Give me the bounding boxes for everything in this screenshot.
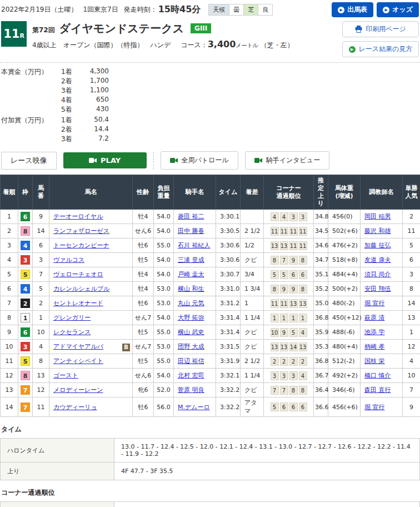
trainer-link[interactable]: 堀 宣行 (364, 404, 385, 411)
sex-age-cell: 牡4 (133, 282, 154, 296)
col-header-1: 枠 (18, 175, 33, 210)
trainer-link[interactable]: 国枝 栄 (364, 357, 385, 365)
horse-name-link[interactable]: カレンルシェルブル (53, 285, 109, 292)
horse-name-link[interactable]: セントレオナード (53, 300, 103, 307)
shutsuba-button[interactable]: ▶ 出馬表 (332, 2, 373, 17)
popularity-cell: 7 (403, 383, 420, 397)
horse-name-link[interactable]: アドマイヤアルバ (53, 343, 103, 350)
trainer-link[interactable]: 友道 康夫 (364, 256, 391, 264)
jockey-link[interactable]: 丸山 元気 (178, 300, 204, 307)
horse-name-cell: ゴースト (49, 369, 133, 383)
horse-name-link[interactable]: ランフォザローゼス (53, 227, 109, 235)
weight-cell: 52.0 (154, 383, 174, 397)
trainer-link[interactable]: 安田 翔伍 (364, 285, 391, 292)
order-cell: 11 (1, 354, 18, 369)
jockey-link[interactable]: 菅原 明良 (178, 386, 204, 394)
order-cell: 10 (1, 340, 18, 354)
col-header-4: 性齢 (133, 175, 154, 210)
col-header-11: 馬体重 (増減) (328, 175, 361, 210)
popularity-cell: 9 (403, 397, 420, 417)
margin-cell: 1 1/4 (241, 369, 264, 383)
jockey-link[interactable]: 横山 和生 (178, 285, 204, 292)
patrol-video-button[interactable]: 全周パトロール (161, 151, 238, 170)
time-cell: 3:31.4 (216, 311, 241, 325)
horse-name-link[interactable]: レクセランス (53, 329, 91, 336)
result-guide-button[interactable]: ▶ レース結果の見方 (342, 41, 419, 57)
horse-name-link[interactable]: グレンガリー (53, 314, 91, 321)
frame-number-badge: 4 (21, 241, 30, 250)
trainer-link[interactable]: 池添 学 (364, 329, 385, 336)
jockey-cell: 丸山 元気 (174, 296, 216, 311)
trainer-link[interactable]: 加藤 征弘 (364, 242, 391, 249)
jockey-link[interactable]: 大野 拓弥 (178, 314, 204, 321)
trainer-link[interactable]: 須貝 尚介 (364, 271, 391, 278)
horse-name-link[interactable]: ゴースト (53, 372, 78, 379)
trainer-link[interactable]: 堀 宣行 (364, 300, 385, 307)
corner-position-box: 6 (280, 402, 288, 411)
sex-age-cell: 牡5 (133, 354, 154, 369)
trainer-cell: 橋口 慎介 (361, 369, 403, 383)
corner-position-box: 11 (271, 227, 279, 236)
jockey-link[interactable]: 北村 宏司 (178, 372, 204, 379)
sex-age-cell: 牝6 (133, 383, 154, 397)
corner-order-cell: 11111313 (264, 296, 314, 311)
trainer-link[interactable]: 岡田 稲男 (364, 213, 391, 220)
sex-age-cell: 牡6 (133, 238, 154, 253)
jockey-link[interactable]: 横山 武史 (178, 329, 204, 336)
trainer-cell: 須貝 尚介 (361, 267, 403, 282)
jockey-link[interactable]: 石川 裕紀人 (178, 242, 211, 249)
play-button[interactable]: PLAY (63, 152, 147, 168)
horse-name-link[interactable]: ヴァルコス (53, 256, 84, 264)
col-header-8: 着差 (241, 175, 264, 210)
horse-name-link[interactable]: ヴェローチェオロ (53, 271, 103, 278)
corner-position-box: 3 (289, 371, 298, 380)
horse-name-link[interactable]: カウディーリョ (53, 404, 97, 411)
frame-number-badge: 8 (21, 371, 30, 380)
jockey-cell: 田辺 裕信 (174, 354, 216, 369)
horse-name-link[interactable]: トーセンカンビーナ (53, 242, 109, 249)
body-weight-cell: 488(-6) (328, 325, 361, 340)
prize-place-label: 1着 (61, 116, 80, 125)
body-weight-cell: 502(+6) (328, 224, 361, 238)
jockey-cell: 横山 和生 (174, 282, 216, 296)
trainer-link[interactable]: 藤沢 和雄 (364, 227, 391, 235)
corner-position-box: 1 (280, 314, 288, 322)
horse-name-link[interactable]: テーオーロイヤル (53, 213, 103, 220)
popularity-cell: 12 (403, 340, 420, 354)
popularity-cell: 13 (403, 311, 420, 325)
prize-amount: 14.4 (80, 125, 109, 135)
frame-cell: 5 (18, 354, 33, 369)
jockey-link[interactable]: 田辺 裕信 (178, 357, 204, 365)
jockey-link[interactable]: 田中 勝春 (178, 227, 204, 235)
col-header-2: 馬 番 (33, 175, 49, 210)
odds-button[interactable]: ▶ オッズ (377, 2, 419, 17)
arrow-circle-icon: ▶ (383, 7, 389, 13)
trainer-link[interactable]: 萩原 清 (364, 314, 385, 321)
trainer-link[interactable]: 森田 直行 (364, 386, 391, 394)
trainer-link[interactable]: 柄崎 孝 (364, 343, 385, 350)
horse-name-link[interactable]: アンティシペイト (53, 357, 103, 365)
frame-cell: 8 (18, 224, 33, 238)
corner-row: 1コーナー1=8-13,9(7,11)12(3,5)10(2,14)(4,6) (1, 502, 420, 507)
corner-table: 1コーナー1=8-13,9(7,11)12(3,5)10(2,14)(4,6)2… (0, 501, 420, 507)
course-detail: （芝・左） (261, 41, 294, 49)
arrow-circle-icon: ▶ (338, 7, 344, 13)
jockey-link[interactable]: 菱田 裕二 (178, 213, 204, 220)
jockey-link[interactable]: 団野 大成 (178, 343, 204, 350)
main-prize-label: 本賞金（万円） (1, 67, 61, 77)
print-page-button[interactable]: 印刷用ページ (342, 21, 419, 37)
jockey-cell: M.デムーロ (174, 397, 216, 417)
race-round: 第72回 (32, 26, 55, 34)
time-cell: 3:31.0 (216, 282, 241, 296)
race-title: ダイヤモンドステークス (59, 22, 184, 35)
horse-name-link[interactable]: メロディーレーン (53, 386, 103, 394)
corner-row-label: 1コーナー (1, 502, 114, 507)
jockey-link[interactable]: 戸崎 圭太 (178, 271, 204, 278)
patrol-video-label: 全周パトロール (182, 156, 229, 165)
weight-cell: 54.0 (154, 311, 174, 325)
trainer-link[interactable]: 橋口 慎介 (364, 372, 391, 379)
jockey-link[interactable]: 三浦 皇成 (178, 256, 204, 264)
jockey-interview-button[interactable]: 騎手インタビュー (245, 151, 329, 170)
side-buttons: 印刷用ページ ▶ レース結果の見方 (342, 21, 419, 57)
jockey-link[interactable]: M.デムーロ (178, 404, 210, 411)
